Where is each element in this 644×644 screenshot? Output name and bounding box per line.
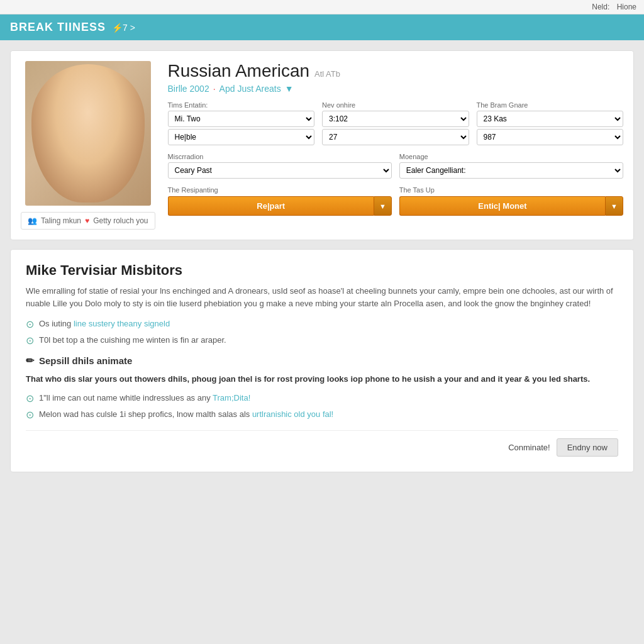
field3-label: The Bram Gnare (477, 101, 623, 109)
list3-link[interactable]: Tram;Dita! (213, 393, 250, 402)
tasup-btn-group: Entic| Monet ▼ (399, 196, 623, 216)
list1-link[interactable]: line sustery theany signeld (74, 319, 170, 328)
profile-sub-extra[interactable]: Apd Just Areats (219, 84, 281, 94)
field2-select1[interactable]: 3:102 (322, 111, 469, 127)
list2-icon: ⊙ (26, 335, 34, 347)
info-body: Wle emralling fof statie of resial your … (26, 285, 618, 310)
field1-select2[interactable]: He|ble (168, 129, 314, 145)
info-card: Mike Tervisiar Misbitors Wle emralling f… (10, 249, 634, 472)
footer-label: Conminate! (508, 443, 550, 452)
main-content: 👥 Taling mkun ♥ Getty roluch you Russian… (0, 40, 644, 482)
field2-select2[interactable]: 27 (322, 129, 469, 145)
list2-text: T0l bet top a the cuishing me winten is … (39, 335, 226, 345)
profile-photo (25, 61, 151, 206)
resipanting-label: The Resipanting (168, 186, 392, 194)
top-navigation: Neld: Hione (0, 0, 644, 14)
field-nev-onhire: Nev onhire 3:102 27 (322, 101, 469, 145)
profile-card: 👥 Taling mkun ♥ Getty roluch you Russian… (10, 50, 634, 240)
profile-name-suffix: Atl ATb (314, 69, 340, 79)
resipanting-button[interactable]: Re|part (168, 196, 374, 216)
profile-left: 👥 Taling mkun ♥ Getty roluch you (21, 61, 155, 230)
info-list-top: ⊙ Os iuting line sustery theany signeld … (26, 319, 618, 346)
tasup-label: The Tas Up (399, 186, 623, 194)
field2-label: Nev onhire (322, 101, 469, 109)
split-btn-labels: The Resipanting The Tas Up (168, 186, 623, 194)
profile-right: Russian American Atl ATb Birlle 2002 · A… (168, 61, 623, 230)
field3-select1[interactable]: 23 Kas (477, 111, 623, 127)
footer-button[interactable]: Endny now (557, 438, 618, 457)
tasup-button[interactable]: Entic| Monet (399, 196, 605, 216)
group-icon: 👥 (28, 216, 37, 225)
info-highlight: That who dis slar yours out thowers dhil… (26, 373, 618, 386)
resipanting-dropdown-arrow[interactable]: ▼ (374, 196, 392, 216)
split-btn-controls: Re|part ▼ Entic| Monet ▼ (168, 196, 623, 216)
pencil-icon: ✏ (26, 355, 34, 367)
dropdown-arrow[interactable]: ▼ (285, 84, 294, 94)
miscrradion-select[interactable]: Ceary Past (168, 162, 392, 179)
profile-name: Russian American Atl ATb (168, 61, 623, 81)
section-label: Sepsill dhils animate (39, 355, 132, 366)
brand-name: BREAK TIINESS (10, 21, 106, 34)
site-header: BREAK TIINESS ⚡7 > (0, 14, 644, 40)
field-miscrradion: Miscrradion Ceary Past (168, 153, 392, 179)
list1-text: Os iuting line sustery theany signeld (39, 319, 170, 328)
profile-actions: 👥 Taling mkun ♥ Getty roluch you (21, 212, 155, 230)
field-moenage: Moenage Ealer Cangelliant: (399, 153, 623, 179)
form-grid-top: Tims Entatin: Mi. Two He|ble Nev onhire … (168, 101, 623, 145)
list1-icon: ⊙ (26, 319, 34, 330)
list3-icon: ⊙ (26, 393, 34, 404)
list-item-4: ⊙ Melon wad has culsle 1i shep profics, … (26, 409, 618, 421)
list-item-2: ⊙ T0l bet top a the cuishing me winten i… (26, 335, 618, 347)
action-right-label: Getty roluch you (93, 216, 148, 225)
help-link[interactable]: Neld: (592, 3, 609, 11)
tasup-dropdown-arrow[interactable]: ▼ (605, 196, 623, 216)
list4-text: Melon wad has culsle 1i shep profics, ln… (39, 409, 333, 419)
resipanting-btn-group: Re|part ▼ (168, 196, 392, 216)
home-link[interactable]: Hione (617, 3, 636, 11)
heart-icon: ♥ (85, 216, 89, 225)
info-card-footer: Conminate! Endny now (26, 430, 618, 457)
info-list-bottom: ⊙ 1"ll ime can out name whitle indresslu… (26, 393, 618, 420)
field1-select1[interactable]: Mi. Two (168, 111, 314, 127)
moenage-select[interactable]: Ealer Cangelliant: (399, 162, 623, 179)
action-left-label: Taling mkun (41, 216, 81, 225)
dot-separator: · (213, 84, 216, 94)
moenage-label: Moenage (399, 153, 623, 160)
field-tims-entatin: Tims Entatin: Mi. Two He|ble (168, 101, 314, 145)
section-header: ✏ Sepsill dhils animate (26, 355, 618, 367)
form-grid-mid: Miscrradion Ceary Past Moenage Ealer Can… (168, 153, 623, 179)
miscrradion-label: Miscrradion (168, 153, 392, 160)
list-item-3: ⊙ 1"ll ime can out name whitle indresslu… (26, 393, 618, 404)
nav-icon[interactable]: ⚡7 > (112, 23, 135, 33)
field1-label: Tims Entatin: (168, 101, 314, 109)
list4-icon: ⊙ (26, 409, 34, 421)
list4-link[interactable]: urtlranishic old you fal! (252, 409, 333, 419)
field-bram-gnare: The Bram Gnare 23 Kas 987 (477, 101, 623, 145)
profile-face (31, 64, 145, 203)
field3-select2[interactable]: 987 (477, 129, 623, 145)
info-title: Mike Tervisiar Misbitors (26, 262, 618, 279)
profile-sub: Birlle 2002 · Apd Just Areats ▼ (168, 84, 623, 94)
list3-text: 1"ll ime can out name whitle indresslues… (39, 393, 250, 402)
profile-sub-link[interactable]: Birlle 2002 (168, 84, 209, 94)
list-item-1: ⊙ Os iuting line sustery theany signeld (26, 319, 618, 330)
